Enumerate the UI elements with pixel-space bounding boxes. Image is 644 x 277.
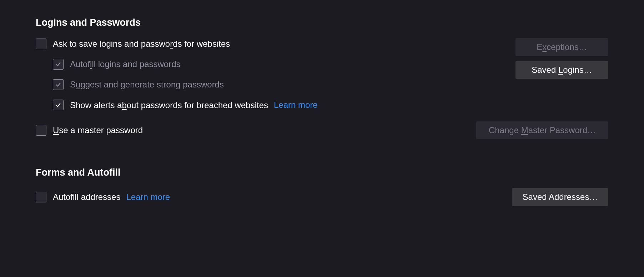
- suggest-checkbox: [53, 79, 64, 90]
- ask-to-save-label: Ask to save logins and passwords for web…: [53, 38, 230, 49]
- autofill-checkbox: [53, 59, 64, 70]
- change-master-password-button: Change Master Password…: [476, 121, 608, 139]
- check-icon: [55, 102, 61, 108]
- breached-option: Show alerts about passwords for breached…: [53, 100, 508, 111]
- autofill-option: Autofill logins and passwords: [53, 59, 508, 70]
- saved-addresses-button[interactable]: Saved Addresses…: [512, 188, 608, 206]
- logins-buttons: Exceptions… Saved Logins…: [515, 38, 608, 79]
- forms-heading: Forms and Autofill: [36, 167, 608, 178]
- autofill-label: Autofill logins and passwords: [70, 59, 181, 70]
- saved-logins-button[interactable]: Saved Logins…: [515, 61, 608, 79]
- autofill-addresses-label: Autofill addresses: [53, 191, 120, 202]
- master-password-label: Use a master password: [53, 125, 143, 136]
- breached-checkbox[interactable]: [53, 100, 64, 110]
- ask-to-save-option: Ask to save logins and passwords for web…: [36, 38, 508, 49]
- autofill-addresses-checkbox[interactable]: [36, 192, 46, 202]
- ask-to-save-checkbox[interactable]: [36, 39, 46, 49]
- forms-section: Forms and Autofill Autofill addresses Le…: [36, 167, 608, 206]
- master-password-checkbox[interactable]: [36, 125, 46, 136]
- suggest-label: Suggest and generate strong passwords: [70, 79, 224, 90]
- exceptions-button: Exceptions…: [515, 38, 608, 56]
- master-password-row: Use a master password Change Master Pass…: [36, 121, 608, 139]
- logins-heading: Logins and Passwords: [36, 17, 608, 28]
- autofill-addresses-learn-more-link[interactable]: Learn more: [126, 192, 170, 202]
- check-icon: [55, 61, 61, 67]
- check-icon: [55, 81, 61, 88]
- logins-section: Logins and Passwords Ask to save logins …: [36, 17, 608, 139]
- breached-label: Show alerts about passwords for breached…: [70, 100, 268, 111]
- autofill-addresses-row: Autofill addresses Learn more Saved Addr…: [36, 188, 608, 206]
- suggest-option: Suggest and generate strong passwords: [53, 79, 508, 90]
- breached-learn-more-link[interactable]: Learn more: [274, 100, 318, 110]
